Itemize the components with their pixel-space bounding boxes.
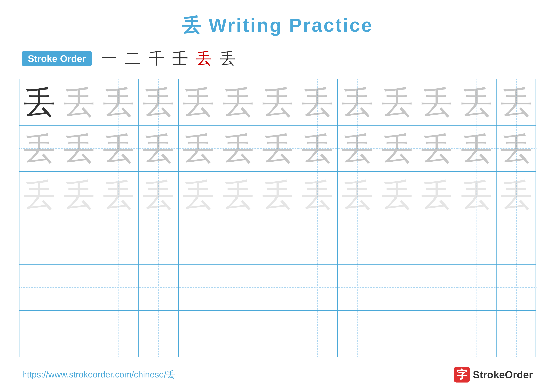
grid-cell[interactable] xyxy=(338,311,377,357)
grid-cell[interactable]: 丢 xyxy=(338,126,377,171)
grid-cell[interactable] xyxy=(179,311,218,357)
grid-cell[interactable] xyxy=(179,218,218,264)
grid-cell[interactable] xyxy=(218,311,258,357)
grid-cell[interactable]: 丢 xyxy=(179,172,218,218)
grid-cell[interactable]: 丢 xyxy=(258,126,298,171)
char-medium: 丢 xyxy=(338,79,377,125)
char-medium: 丢 xyxy=(59,79,99,125)
grid-cell[interactable]: 丢 xyxy=(338,79,377,125)
grid-row-6 xyxy=(20,311,535,357)
grid-cell[interactable]: 丢 xyxy=(99,79,139,125)
grid-cell[interactable] xyxy=(338,264,377,310)
char-light: 丢 xyxy=(497,172,536,218)
grid-cell[interactable] xyxy=(218,218,258,264)
grid-cell[interactable]: 丢 xyxy=(139,126,178,171)
grid-cell[interactable]: 丢 xyxy=(338,172,377,218)
char-medium: 丢 xyxy=(59,126,99,171)
grid-cell[interactable] xyxy=(59,264,99,310)
grid-cell[interactable]: 丢 xyxy=(139,172,178,218)
grid-cell[interactable] xyxy=(417,311,457,357)
grid-cell[interactable]: 丢 xyxy=(377,126,417,171)
grid-cell[interactable]: 丢 xyxy=(457,79,497,125)
char-medium: 丢 xyxy=(298,126,337,171)
char-light: 丢 xyxy=(377,172,417,218)
grid-cell[interactable] xyxy=(377,264,417,310)
grid-cell[interactable]: 丢 xyxy=(377,172,417,218)
grid-cell[interactable] xyxy=(298,311,338,357)
grid-cell[interactable]: 丢 xyxy=(258,79,298,125)
grid-cell[interactable]: 丢 xyxy=(417,79,457,125)
footer-url[interactable]: https://www.strokeorder.com/chinese/丢 xyxy=(22,369,175,380)
grid-cell[interactable] xyxy=(298,218,338,264)
char-medium: 丢 xyxy=(179,126,218,171)
char-medium: 丢 xyxy=(457,126,496,171)
grid-cell[interactable] xyxy=(497,311,536,357)
grid-cell[interactable] xyxy=(258,311,298,357)
grid-cell[interactable]: 丢 xyxy=(497,172,536,218)
grid-cell[interactable]: 丢 xyxy=(298,126,338,171)
grid-cell[interactable]: 丢 xyxy=(179,79,218,125)
grid-cell[interactable]: 丢 xyxy=(99,126,139,171)
grid-cell[interactable]: 丢 xyxy=(417,126,457,171)
grid-cell[interactable] xyxy=(218,264,258,310)
grid-cell[interactable]: 丢 xyxy=(377,79,417,125)
grid-cell[interactable] xyxy=(179,264,218,310)
grid-cell[interactable] xyxy=(377,218,417,264)
stroke-5: 丢 xyxy=(196,48,212,69)
grid-cell[interactable]: 丢 xyxy=(20,79,59,125)
grid-cell[interactable] xyxy=(258,264,298,310)
grid-cell[interactable]: 丢 xyxy=(258,172,298,218)
grid-cell[interactable] xyxy=(298,264,338,310)
char-light: 丢 xyxy=(59,172,99,218)
grid-cell[interactable] xyxy=(497,264,536,310)
char-medium: 丢 xyxy=(338,126,377,171)
grid-cell[interactable]: 丢 xyxy=(457,172,497,218)
grid-cell[interactable] xyxy=(258,218,298,264)
grid-cell[interactable] xyxy=(457,264,497,310)
grid-cell[interactable]: 丢 xyxy=(20,172,59,218)
grid-cell[interactable] xyxy=(99,218,139,264)
grid-cell[interactable]: 丢 xyxy=(99,172,139,218)
char-light: 丢 xyxy=(457,172,496,218)
grid-cell[interactable]: 丢 xyxy=(457,126,497,171)
grid-cell[interactable] xyxy=(457,218,497,264)
char-light: 丢 xyxy=(99,172,139,218)
grid-cell[interactable] xyxy=(417,264,457,310)
practice-grid: 丢 丢 丢 丢 丢 丢 丢 丢 丢 丢 丢 丢 xyxy=(19,79,536,357)
grid-cell[interactable] xyxy=(417,218,457,264)
grid-cell[interactable] xyxy=(338,218,377,264)
grid-cell[interactable] xyxy=(139,311,178,357)
char-medium: 丢 xyxy=(298,79,337,125)
grid-cell[interactable]: 丢 xyxy=(218,126,258,171)
char-medium: 丢 xyxy=(497,126,536,171)
grid-cell[interactable]: 丢 xyxy=(417,172,457,218)
grid-cell[interactable]: 丢 xyxy=(497,126,536,171)
char-medium: 丢 xyxy=(218,79,258,125)
grid-cell[interactable] xyxy=(59,311,99,357)
grid-cell[interactable]: 丢 xyxy=(59,79,99,125)
grid-cell[interactable]: 丢 xyxy=(20,126,59,171)
grid-cell[interactable]: 丢 xyxy=(218,79,258,125)
grid-cell[interactable] xyxy=(20,264,59,310)
grid-cell[interactable] xyxy=(20,311,59,357)
grid-cell[interactable]: 丢 xyxy=(59,172,99,218)
grid-cell[interactable]: 丢 xyxy=(59,126,99,171)
grid-cell[interactable] xyxy=(377,311,417,357)
grid-cell[interactable] xyxy=(59,218,99,264)
grid-cell[interactable] xyxy=(99,264,139,310)
stroke-3: 千 xyxy=(149,48,164,69)
grid-cell[interactable] xyxy=(99,311,139,357)
grid-cell[interactable]: 丢 xyxy=(139,79,178,125)
grid-cell[interactable]: 丢 xyxy=(179,126,218,171)
grid-cell[interactable] xyxy=(139,218,178,264)
grid-cell[interactable]: 丢 xyxy=(497,79,536,125)
grid-cell[interactable] xyxy=(497,218,536,264)
grid-cell[interactable]: 丢 xyxy=(218,172,258,218)
grid-cell[interactable]: 丢 xyxy=(298,172,338,218)
grid-cell[interactable] xyxy=(20,218,59,264)
char-light: 丢 xyxy=(179,172,218,218)
char-medium: 丢 xyxy=(99,79,139,125)
grid-cell[interactable]: 丢 xyxy=(298,79,338,125)
grid-cell[interactable] xyxy=(457,311,497,357)
grid-cell[interactable] xyxy=(139,264,178,310)
